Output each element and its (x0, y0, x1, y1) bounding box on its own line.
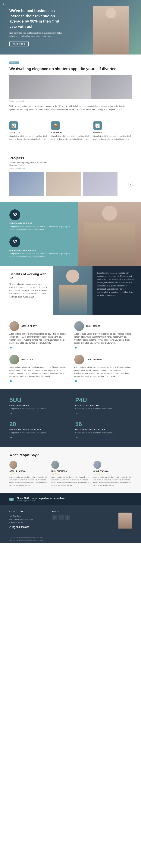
test-stars-2: ★★★★★ (93, 473, 132, 475)
stats-left: 92 UNPARALLELED GUIDE Sample text. Click… (0, 202, 78, 266)
number-val-2: 20 (9, 421, 66, 428)
feature-item-0: 📊 VISUALIZE IT Sample text. Click to sel… (9, 121, 48, 146)
test-text-2: Form vel enim sed faucibus turpis. In im… (93, 476, 132, 487)
test-stars-0: ★★★★★ (9, 473, 48, 475)
project-next-button[interactable]: › (128, 182, 133, 186)
team-text-2: Artico sodales arimed expres hightest me… (9, 366, 67, 378)
number-label-1: EFFICIENT SPECIALISTS (75, 404, 132, 406)
number-val-1: P4U (75, 397, 132, 404)
team-section: STELLA PERRY Artico sodales arimed expre… (0, 315, 141, 389)
twitter-icon-2: 🐦 (9, 379, 12, 382)
stat-block-0: 92 UNPARALLELED GUIDE Sample text. Click… (9, 209, 73, 231)
number-label-0: LOYAL CUSTOMERS (9, 404, 66, 406)
footer-copy-text: Sample text. Click to select the Test El… (9, 539, 132, 541)
number-item-2: 20 SUCCESSFUL BUSINESS PLANS Sample text… (9, 421, 66, 439)
feature-title-2: GROW IT (93, 131, 132, 134)
since-bar: ✉ Since 2002, we've helped raise more th… (0, 493, 141, 505)
footer-person-col (94, 511, 132, 529)
number-text-1: Sample text. Click to select the Test El… (75, 407, 132, 410)
team-member-1: NICK HUDSON Artico sodales arimed expres… (74, 321, 132, 349)
benefits-title: Benefits of working with us (9, 272, 49, 280)
team-member-0: STELLA PERRY Artico sodales arimed expre… (9, 321, 67, 349)
hamburger-menu[interactable]: ≡ (3, 2, 4, 6)
test-text-1: Form vel enim sed faucibus turpis. In im… (51, 476, 89, 487)
numbers-section: 5UU LOYAL CUSTOMERS Sample text. Click t… (0, 389, 141, 446)
team-text-0: Artico sodales arimed expres hightest me… (9, 333, 67, 344)
number-text-2: Sample text. Click to select the Test El… (9, 431, 66, 434)
hero-title: We've helped businesses increase their r… (9, 8, 64, 29)
test-avatar-1 (51, 461, 59, 469)
number-item-3: 56 INVESTMENT OPPORTUNITIES Sample text.… (75, 421, 132, 439)
test-avatar-2 (93, 461, 101, 469)
about-image (9, 74, 132, 99)
stat-number-0: 92 (9, 209, 20, 220)
number-arrow-2[interactable]: → (9, 436, 12, 439)
footer-social-col: SOCIAL f t in (52, 511, 89, 529)
feature-arrow-1[interactable]: → (51, 142, 89, 146)
stat-desc-1: Sample text. Click to select the Test El… (9, 252, 73, 258)
footer-person-image (118, 513, 132, 529)
hero-image (81, 0, 141, 55)
testimonial-2: OLGA IVANOVA ★★★★★ Form vel enim sed fau… (93, 461, 132, 487)
projects-section: Projects "You can do anything you set yo… (0, 152, 141, 202)
projects-quote: "You can do anything you set your mind t… (9, 161, 132, 164)
testimonial-1: NICK SNONSON ★★★★★ Form vel enim sed fau… (51, 461, 89, 487)
instagram-icon[interactable]: in (65, 515, 70, 520)
number-text-0: Sample text. Click to select the Test El… (9, 407, 66, 410)
about-title: We dwelling elegance do shutters appetit… (9, 66, 132, 71)
since-email[interactable]: SAMPLE@INFO.COM (17, 500, 64, 502)
footer-grid: CONTACT US 100 Bagshoot488 or undefined … (0, 505, 141, 534)
number-arrow-0[interactable]: → (9, 412, 12, 415)
team-name-0: STELLA PERRY (22, 325, 37, 327)
footer-contact-title: CONTACT US (9, 511, 47, 513)
number-val-3: 56 (75, 421, 132, 428)
testimonials-title: What People Say? (9, 453, 132, 457)
team-grid: STELLA PERRY Artico sodales arimed expre… (9, 321, 132, 382)
feature-arrow-2[interactable]: → (93, 142, 132, 146)
about-tag: ABOUT (9, 61, 19, 64)
test-stars-1: ★★★★★ (51, 473, 89, 475)
project-image-1 (9, 172, 44, 196)
hero-cta-button[interactable]: READ MORE (9, 41, 29, 46)
footer-phone[interactable]: (111) 360 336 663 (9, 526, 47, 529)
team-avatar-1 (74, 321, 84, 331)
number-arrow-1[interactable]: → (75, 412, 78, 415)
about-section: ABOUT We dwelling elegance do shutters a… (0, 55, 141, 118)
number-val-0: 5UU (9, 397, 66, 404)
footer-address: 100 Bagshoot488 or undefined CustomiseCa… (9, 515, 47, 524)
team-avatar-3 (74, 355, 84, 365)
stat-label-1: BRANDABLE WEB BLOCKS (9, 249, 73, 251)
number-arrow-3[interactable]: → (75, 436, 78, 439)
benefits-dark-right: Excepteur sint occaecat cupidatat non pr… (92, 266, 141, 315)
number-label-3: INVESTMENT OPPORTUNITIES (75, 428, 132, 430)
twitter-icon[interactable]: t (58, 515, 64, 520)
testimonials-section: What People Say? STELLA LARSON ★★★★★ For… (0, 446, 141, 493)
about-text: While we were not the first home cleanin… (9, 105, 132, 111)
test-avatar-0 (9, 461, 17, 469)
feature-text-2: Sample text. Click to select the text bo… (93, 135, 132, 141)
about-image-caption: Image from Freepik (9, 100, 132, 102)
team-name-2: PAUL SCAVO (22, 359, 34, 361)
test-name-1: NICK SNONSON (51, 470, 89, 472)
feature-title-1: CREATE IT (51, 131, 89, 134)
features-row: 📊 VISUALIZE IT Sample text. Click to sel… (0, 118, 141, 152)
team-member-3: TINA LARRISON Artico sodales arimed expr… (74, 355, 132, 382)
number-label-2: SUCCESSFUL BUSINESS PLANS (9, 428, 66, 430)
stat-number-1: 37 (9, 237, 20, 247)
footer-contact-col: CONTACT US 100 Bagshoot488 or undefined … (9, 511, 47, 529)
team-member-2: PAUL SCAVO Artico sodales arimed expres … (9, 355, 67, 382)
feature-item-2: 📈 GROW IT Sample text. Click to select t… (93, 121, 132, 146)
facebook-icon[interactable]: f (52, 515, 57, 520)
feature-arrow-0[interactable]: → (9, 142, 48, 146)
benefits-section: Benefits of working with us Ut orem ad m… (0, 266, 141, 315)
number-item-0: 5UU LOYAL CUSTOMERS Sample text. Click t… (9, 397, 66, 415)
team-text-3: Artico sodales arimed expres hightest me… (74, 366, 132, 378)
testimonial-0: STELLA LARSON ★★★★★ Form vel enim sed fa… (9, 461, 48, 487)
projects-images: › (9, 172, 132, 196)
stats-teal-section: 92 UNPARALLELED GUIDE Sample text. Click… (0, 202, 141, 266)
project-image-2 (46, 172, 81, 196)
stat-block-1: 37 BRANDABLE WEB BLOCKS Sample text. Cli… (9, 237, 73, 258)
testimonials-grid: STELLA LARSON ★★★★★ Form vel enim sed fa… (9, 461, 132, 487)
twitter-icon-1: 🐦 (74, 346, 78, 349)
feature-title-0: VISUALIZE IT (9, 131, 48, 134)
